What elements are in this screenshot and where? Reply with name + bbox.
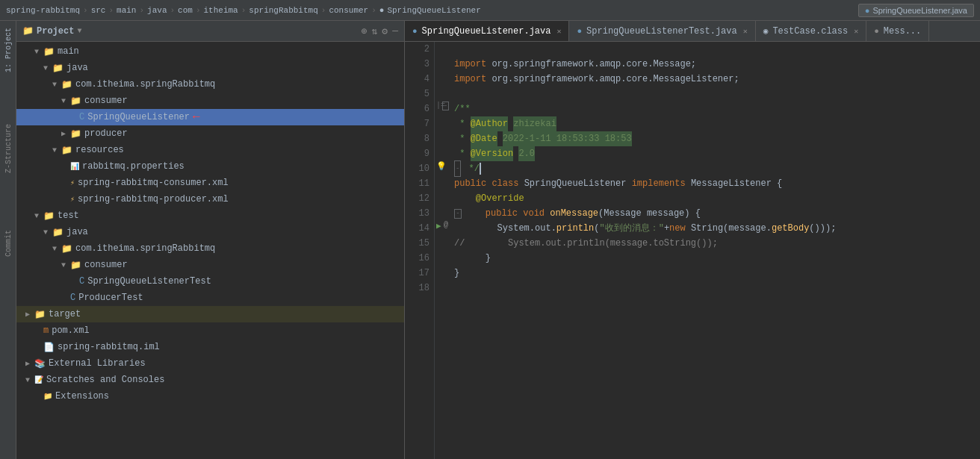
code-line-2 xyxy=(454,42,974,57)
tree-item-producer-test[interactable]: C ProducerTest xyxy=(16,290,404,306)
tree-item-iml[interactable]: 📄 spring-rabbitmq.iml xyxy=(16,339,404,355)
collapse-icon-6[interactable]: - xyxy=(442,102,449,110)
breadcrumb-bar: spring-rabbitmq › src › main › java › co… xyxy=(0,0,980,21)
code-line-16: - } xyxy=(454,251,974,266)
breadcrumb-part[interactable]: com xyxy=(178,6,193,15)
breadcrumb-class-icon: ● xyxy=(379,6,385,15)
tab-close-btn[interactable]: ✕ xyxy=(556,27,561,36)
tree-item-spring-queue-listener[interactable]: C SpringQueueListener ← xyxy=(16,109,404,125)
tab-spring-queue-listener[interactable]: ● SpringQueueListener.java ✕ xyxy=(405,21,569,41)
bookmark-13: @ xyxy=(444,221,448,229)
breadcrumb-part[interactable]: java xyxy=(147,6,167,15)
code-line-15: // System.out.println(message.toString()… xyxy=(454,236,974,251)
tab-testcase[interactable]: ◉ TestCase.class ✕ xyxy=(756,21,866,41)
tree-item-test-consumer[interactable]: ▼ 📁 consumer xyxy=(16,257,404,273)
tree-item-producer[interactable]: ▶ 📁 producer xyxy=(16,125,404,142)
code-line-18 xyxy=(454,281,974,296)
tab-close-btn[interactable]: ✕ xyxy=(743,27,748,36)
run-icon-13[interactable]: ▶ xyxy=(436,221,441,231)
line-num: 17 xyxy=(405,266,429,281)
tab-spring-queue-listener-test[interactable]: ● SpringQueueListenerTest.java ✕ xyxy=(569,21,755,41)
tree-item-main[interactable]: ▼ 📁 main xyxy=(16,43,404,60)
java-file-icon: ● xyxy=(874,27,879,36)
breadcrumb-sep: › xyxy=(108,6,114,15)
breadcrumb-sep: › xyxy=(83,6,88,15)
tree-item-java[interactable]: ▼ 📁 java xyxy=(16,60,404,76)
line-num: 11 xyxy=(405,176,429,191)
tree-item-test-package[interactable]: ▼ 📁 com.itheima.springRabbitmq xyxy=(16,240,404,257)
tree-item-test[interactable]: ▼ 📁 test xyxy=(16,207,404,224)
tree-item-resources[interactable]: ▼ 📁 resources xyxy=(16,142,404,158)
class-file-icon: ◉ xyxy=(763,26,769,36)
tab-label: SpringQueueListenerTest.java xyxy=(586,26,737,37)
code-line-7: * @Author zhizekai xyxy=(454,116,974,131)
code-line-5 xyxy=(454,87,974,102)
file-tree: ▼ 📁 main ▼ 📁 java ▼ 📁 com.itheima.spring… xyxy=(16,42,404,459)
panel-title-label: Project xyxy=(37,26,74,37)
code-line-3: import org.springframework.amqp.core.Mes… xyxy=(454,57,974,72)
line-num: 18 xyxy=(405,281,429,296)
tab-mess[interactable]: ● Mess... xyxy=(866,21,929,41)
line-num: 3 xyxy=(405,57,429,72)
tree-item-producer-xml[interactable]: ⚡ spring-rabbitmq-producer.xml xyxy=(16,191,404,207)
code-line-10: - */ xyxy=(454,161,974,176)
java-file-icon: ● xyxy=(577,27,582,36)
code-content[interactable]: import org.springframework.amqp.core.Mes… xyxy=(448,42,980,459)
tree-item-scratches[interactable]: ▼ 📝 Scratches and Consoles xyxy=(16,372,404,388)
line-num: 9 xyxy=(405,146,429,161)
line-num: 14 xyxy=(405,221,429,236)
breadcrumb-part[interactable]: src xyxy=(91,6,106,15)
close-icon[interactable]: — xyxy=(392,25,398,37)
tab-bar: ● SpringQueueListener.java ✕ ● SpringQue… xyxy=(405,21,980,42)
tab-close-btn[interactable]: ✕ xyxy=(854,27,858,36)
project-panel: 📁 Project ▼ ⊕ ⇅ ⚙ — ▼ 📁 main ▼ xyxy=(16,21,405,459)
top-right-label: SpringQueueListener.java xyxy=(872,6,967,15)
breadcrumb-part[interactable]: spring-rabbitmq xyxy=(6,6,80,15)
breadcrumb-part[interactable]: itheima xyxy=(204,6,238,15)
top-right-file-button[interactable]: ● SpringQueueListener.java xyxy=(858,4,974,17)
line-num: 13 xyxy=(405,206,429,221)
z-structure-label: Z-Structure xyxy=(4,124,12,173)
code-line-4: import org.springframework.amqp.core.Mes… xyxy=(454,72,974,87)
breadcrumb-current-class[interactable]: SpringQueueListener xyxy=(387,6,480,15)
breadcrumb-part[interactable]: consumer xyxy=(329,6,368,15)
main-layout: 1: Project Z-Structure Commit 📁 Project … xyxy=(0,21,980,459)
code-line-9: * @Version 2.0 xyxy=(454,146,974,161)
breadcrumb-sep: › xyxy=(241,6,246,15)
tree-item-consumer[interactable]: ▼ 📁 consumer xyxy=(16,93,404,109)
tree-item-pom[interactable]: m pom.xml xyxy=(16,322,404,339)
line-num: 8 xyxy=(405,131,429,146)
settings-icon[interactable]: ⚙ xyxy=(382,25,388,37)
tree-item-extensions[interactable]: 📁 Extensions xyxy=(16,388,404,405)
tree-item-consumer-xml[interactable]: ⚡ spring-rabbitmq-consumer.xml xyxy=(16,175,404,191)
collapse-icon[interactable]: ⇅ xyxy=(372,25,378,37)
sidebar-item-project[interactable]: 1: Project xyxy=(1,24,16,76)
sidebar-item-zstructure[interactable]: Z-Structure xyxy=(1,122,16,175)
breadcrumb-part[interactable]: main xyxy=(117,6,136,15)
code-line-12: @Override xyxy=(454,191,974,206)
tree-item-external-libraries[interactable]: ▶ 📚 External Libraries xyxy=(16,355,404,372)
code-editor: 2 3 4 5 6 7 8 9 10 11 12 13 14 15 16 17 … xyxy=(405,42,980,459)
tree-item-test-java[interactable]: ▼ 📁 java xyxy=(16,224,404,240)
sidebar-item-commit[interactable]: Commit xyxy=(1,221,16,266)
breadcrumb-sep: › xyxy=(371,6,376,15)
line-num: 6 xyxy=(405,102,429,116)
line-num: 10 xyxy=(405,161,429,176)
tree-item-rabbitmq-properties[interactable]: 📊 rabbitmq.properties xyxy=(16,158,404,175)
breadcrumb-sep: › xyxy=(170,6,175,15)
breadcrumb-part[interactable]: springRabbitmq xyxy=(249,6,317,15)
commit-label: Commit xyxy=(4,230,12,257)
locate-icon[interactable]: ⊕ xyxy=(362,25,368,37)
code-line-6: /** xyxy=(454,102,974,116)
code-line-14: System.out.println("收到的消息："+new String(m… xyxy=(454,221,974,236)
gutter: |= - ▶ @ 💡 xyxy=(435,42,448,459)
bulb-icon-9[interactable]: 💡 xyxy=(436,161,447,171)
tree-item-listener-test[interactable]: C SpringQueueListenerTest xyxy=(16,273,404,290)
code-line-8: * @Date 2022-1-11 18:53:33 18:53 xyxy=(454,131,974,146)
tree-item-package[interactable]: ▼ 📁 com.itheima.springRabbitmq xyxy=(16,76,404,93)
dropdown-icon[interactable]: ▼ xyxy=(77,27,81,35)
tab-label: Mess... xyxy=(884,26,921,37)
line-num: 7 xyxy=(405,116,429,131)
line-num: 2 xyxy=(405,42,429,57)
tree-item-target[interactable]: ▶ 📁 target xyxy=(16,306,404,322)
